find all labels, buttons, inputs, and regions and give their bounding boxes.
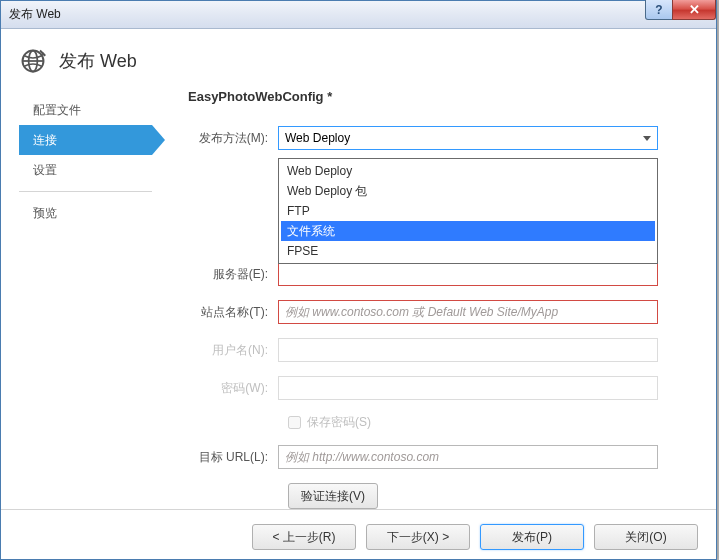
dialog-footer: < 上一步(R) 下一步(X) > 发布(P) 关闭(O) [1, 509, 716, 560]
sidebar-item-connection[interactable]: 连接 [19, 125, 152, 155]
dest-url-label: 目标 URL(L): [188, 449, 278, 466]
dest-url-input[interactable] [278, 445, 658, 469]
row-save-password: 保存密码(S) [288, 414, 698, 431]
help-button[interactable]: ? [645, 0, 673, 20]
sidebar-item-preview[interactable]: 预览 [19, 198, 152, 228]
profile-title: EasyPhotoWebConfig * [188, 89, 698, 104]
row-dest-url: 目标 URL(L): [188, 445, 698, 469]
dropdown-item-fpse[interactable]: FPSE [281, 241, 655, 261]
row-password: 密码(W): [188, 376, 698, 400]
save-password-label: 保存密码(S) [307, 414, 371, 431]
window-controls: ? ✕ [646, 0, 716, 20]
close-icon: ✕ [689, 2, 700, 17]
next-button[interactable]: 下一步(X) > [366, 524, 470, 550]
publish-method-value: Web Deploy [285, 131, 350, 145]
validate-button[interactable]: 验证连接(V) [288, 483, 378, 509]
dialog-body: 配置文件 连接 设置 预览 EasyPhotoWebConfig * 发布方法(… [1, 89, 716, 509]
titlebar: 发布 Web ? ✕ [1, 1, 716, 29]
prev-button[interactable]: < 上一步(R) [252, 524, 356, 550]
row-username: 用户名(N): [188, 338, 698, 362]
row-publish-method: 发布方法(M): Web Deploy [188, 126, 698, 150]
password-label: 密码(W): [188, 380, 278, 397]
sidebar-separator [19, 191, 152, 192]
save-password-checkbox [288, 416, 301, 429]
dialog-title: 发布 Web [59, 49, 137, 73]
server-label: 服务器(E): [188, 266, 278, 283]
username-label: 用户名(N): [188, 342, 278, 359]
window-title: 发布 Web [9, 6, 61, 23]
dialog-window: 发布 Web ? ✕ 发布 Web 配置文件 连接 设置 [0, 0, 717, 560]
dropdown-item-webdeploy[interactable]: Web Deploy [281, 161, 655, 181]
chevron-down-icon [643, 136, 651, 141]
sidebar: 配置文件 连接 设置 预览 [19, 89, 152, 509]
publish-method-combo[interactable]: Web Deploy [278, 126, 658, 150]
close-button[interactable]: 关闭(O) [594, 524, 698, 550]
dropdown-item-filesystem[interactable]: 文件系统 [281, 221, 655, 241]
dialog-header: 发布 Web [1, 29, 716, 89]
client-area: 发布 Web 配置文件 连接 设置 预览 EasyPhotoWebConfig … [1, 29, 716, 559]
sidebar-item-settings[interactable]: 设置 [19, 155, 152, 185]
row-site: 站点名称(T): [188, 300, 698, 324]
publish-method-dropdown: Web Deploy Web Deploy 包 FTP 文件系统 FPSE [278, 158, 658, 264]
dropdown-item-webdeploy-pkg[interactable]: Web Deploy 包 [281, 181, 655, 201]
server-input[interactable] [278, 262, 658, 286]
row-server: 服务器(E): [188, 262, 698, 286]
publish-button[interactable]: 发布(P) [480, 524, 584, 550]
username-input [278, 338, 658, 362]
form-area: EasyPhotoWebConfig * 发布方法(M): Web Deploy… [152, 89, 698, 509]
password-input [278, 376, 658, 400]
sidebar-item-profile[interactable]: 配置文件 [19, 95, 152, 125]
dropdown-item-ftp[interactable]: FTP [281, 201, 655, 221]
globe-icon [19, 47, 47, 75]
close-window-button[interactable]: ✕ [672, 0, 716, 20]
site-input[interactable] [278, 300, 658, 324]
site-label: 站点名称(T): [188, 304, 278, 321]
help-icon: ? [655, 3, 662, 17]
publish-method-label: 发布方法(M): [188, 130, 278, 147]
